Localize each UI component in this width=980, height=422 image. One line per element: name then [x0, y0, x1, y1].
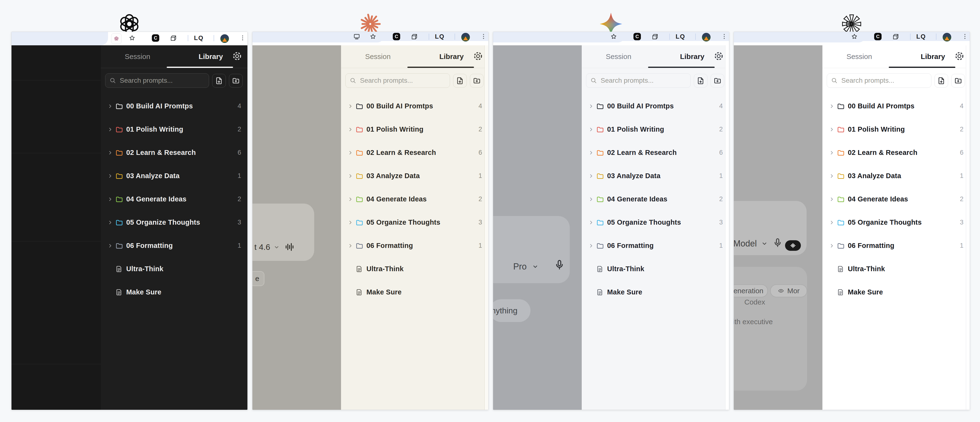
chevron-right-icon[interactable] — [588, 150, 596, 156]
folder-row[interactable]: 05 Organize Thoughts3 — [582, 211, 729, 234]
prompt-row[interactable]: Ultra-Think — [341, 257, 488, 281]
page-scrollbar[interactable] — [725, 45, 729, 410]
folder-row[interactable]: 03 Analyze Data1 — [101, 164, 247, 187]
model-selector[interactable]: t 4.6 — [255, 242, 280, 252]
extension-flower-icon[interactable] — [111, 34, 122, 44]
tab-session[interactable]: Session — [341, 53, 415, 61]
new-prompt-button[interactable] — [453, 74, 467, 88]
folder-row[interactable]: 00 Build AI Promtps4 — [822, 94, 970, 118]
open-box-extension-icon[interactable] — [892, 33, 899, 40]
folder-row[interactable]: 05 Organize Thoughts3 — [341, 211, 488, 234]
settings-gear-icon[interactable] — [232, 51, 242, 62]
chevron-right-icon[interactable] — [588, 103, 596, 109]
folder-row[interactable]: 03 Analyze Data1 — [582, 164, 729, 187]
chevron-right-icon[interactable] — [588, 173, 596, 179]
chevron-right-icon[interactable] — [347, 243, 355, 249]
prompt-row[interactable]: Ultra-Think — [822, 257, 970, 281]
folder-row[interactable]: 06 Formatting1 — [341, 234, 488, 257]
mic-icon[interactable] — [772, 237, 783, 248]
folder-row[interactable]: 06 Formatting1 — [101, 234, 247, 257]
code-chip[interactable]: e — [253, 271, 264, 286]
profile-avatar[interactable] — [702, 33, 711, 42]
monitor-extension-icon[interactable] — [353, 33, 360, 40]
folder-row[interactable]: 06 Formatting1 — [582, 234, 729, 257]
chevron-right-icon[interactable] — [588, 243, 596, 249]
bookmark-star-icon[interactable] — [851, 33, 858, 40]
browser-menu-dots-icon[interactable] — [961, 33, 969, 40]
prompt-row[interactable]: Ultra-Think — [101, 257, 247, 281]
profile-avatar[interactable] — [943, 33, 951, 42]
chevron-right-icon[interactable] — [829, 196, 837, 202]
suggestion-chip[interactable]: Mor — [770, 285, 807, 297]
chevron-right-icon[interactable] — [588, 126, 596, 133]
chevron-right-icon[interactable] — [829, 173, 837, 179]
claude-favicon[interactable]: C — [152, 34, 159, 42]
search-input[interactable] — [600, 77, 687, 85]
folder-row[interactable]: 02 Learn & Research6 — [341, 141, 488, 164]
prompt-row[interactable]: Make Sure — [822, 281, 970, 304]
bookmark-lq[interactable]: LQ — [676, 33, 685, 40]
claude-favicon[interactable]: C — [874, 33, 881, 40]
page-scrollbar[interactable] — [485, 45, 488, 410]
folder-row[interactable]: 02 Learn & Research6 — [101, 141, 247, 164]
bookmark-lq[interactable]: LQ — [194, 34, 204, 42]
bookmark-lq[interactable]: LQ — [916, 33, 926, 40]
bookmark-star-icon[interactable] — [369, 33, 377, 40]
search-input[interactable] — [119, 77, 205, 85]
folder-row[interactable]: 01 Polish Writing2 — [582, 118, 729, 141]
mic-icon[interactable] — [554, 259, 565, 271]
new-folder-button[interactable] — [229, 74, 243, 88]
model-selector[interactable]: Model — [734, 238, 768, 249]
browser-menu-dots-icon[interactable] — [480, 33, 487, 40]
new-folder-button[interactable] — [470, 74, 484, 88]
folder-row[interactable]: 00 Build AI Promtps4 — [101, 94, 247, 118]
folder-row[interactable]: 03 Analyze Data1 — [822, 164, 970, 187]
suggestion-chip[interactable]: nything — [493, 299, 530, 322]
list-item[interactable]: ith executive — [734, 318, 773, 326]
chevron-right-icon[interactable] — [347, 150, 355, 156]
profile-avatar[interactable] — [220, 34, 229, 43]
suggestion-chip[interactable]: eneration — [734, 285, 768, 297]
new-folder-button[interactable] — [711, 74, 724, 88]
folder-row[interactable]: 01 Polish Writing2 — [822, 118, 970, 141]
tab-session[interactable]: Session — [822, 53, 896, 61]
open-box-extension-icon[interactable] — [651, 33, 659, 40]
folder-row[interactable]: 04 Generate Ideas2 — [341, 187, 488, 211]
bookmark-star-icon[interactable] — [128, 34, 136, 42]
chevron-right-icon[interactable] — [107, 196, 115, 202]
chevron-right-icon[interactable] — [107, 173, 115, 179]
prompt-row[interactable]: Ultra-Think — [582, 257, 729, 281]
chevron-right-icon[interactable] — [588, 219, 596, 225]
model-selector[interactable]: Pro — [513, 262, 539, 272]
search-input[interactable] — [841, 77, 928, 85]
waveform-icon[interactable] — [284, 241, 295, 253]
folder-row[interactable]: 01 Polish Writing2 — [341, 118, 488, 141]
claude-favicon[interactable]: C — [633, 33, 641, 40]
browser-menu-dots-icon[interactable] — [239, 34, 246, 42]
list-item[interactable]: Codex — [745, 298, 765, 306]
profile-avatar[interactable] — [461, 33, 470, 42]
prompt-row[interactable]: Make Sure — [101, 281, 247, 304]
folder-row[interactable]: 03 Analyze Data1 — [341, 164, 488, 187]
bookmark-lq[interactable]: LQ — [435, 33, 444, 40]
chevron-right-icon[interactable] — [107, 103, 115, 109]
new-prompt-button[interactable] — [934, 74, 948, 88]
chevron-right-icon[interactable] — [829, 150, 837, 156]
folder-row[interactable]: 06 Formatting1 — [822, 234, 970, 257]
folder-row[interactable]: 01 Polish Writing2 — [101, 118, 247, 141]
chevron-right-icon[interactable] — [107, 150, 115, 156]
folder-row[interactable]: 02 Learn & Research6 — [822, 141, 970, 164]
folder-row[interactable]: 05 Organize Thoughts3 — [101, 211, 247, 234]
settings-gear-icon[interactable] — [955, 51, 964, 62]
folder-row[interactable]: 04 Generate Ideas2 — [582, 187, 729, 211]
chevron-right-icon[interactable] — [347, 173, 355, 179]
folder-row[interactable]: 02 Learn & Research6 — [582, 141, 729, 164]
open-box-extension-icon[interactable] — [410, 33, 418, 40]
prompt-row[interactable]: Make Sure — [341, 281, 488, 304]
chevron-right-icon[interactable] — [107, 219, 115, 225]
browser-menu-dots-icon[interactable] — [721, 33, 728, 40]
chevron-right-icon[interactable] — [588, 196, 596, 202]
new-prompt-button[interactable] — [694, 74, 708, 88]
chevron-right-icon[interactable] — [347, 196, 355, 202]
voice-mode-button[interactable] — [785, 240, 801, 251]
